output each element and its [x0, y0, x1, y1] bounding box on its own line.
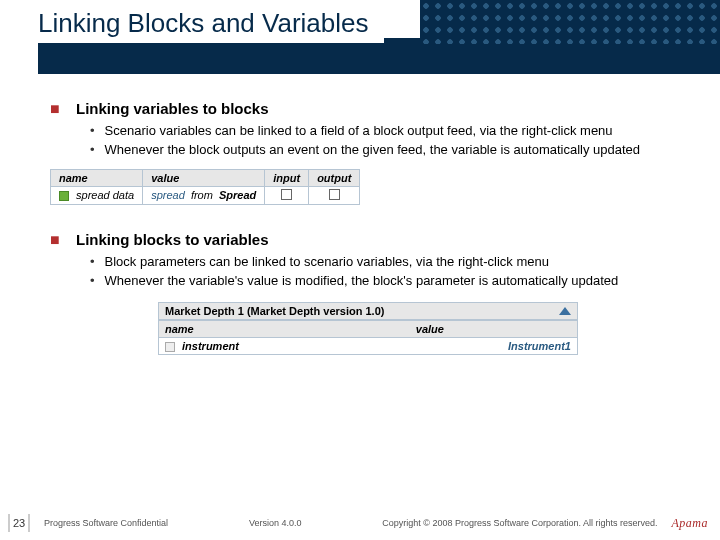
col-input: input [265, 169, 309, 186]
bullet-text: Block parameters can be linked to scenar… [105, 254, 549, 271]
col-name: name [51, 169, 143, 186]
bullet-square-icon: ■ [50, 101, 62, 117]
row-name: spread data [76, 189, 134, 201]
param-name: instrument [182, 340, 239, 352]
bullet-icon: • [90, 273, 95, 290]
linked-field: spread [151, 189, 185, 201]
content: ■ Linking variables to blocks • Scenario… [0, 74, 720, 540]
section-linking-variables-to-blocks: ■ Linking variables to blocks • Scenario… [50, 100, 686, 205]
linked-feed: Spread [219, 189, 256, 201]
section-title: Linking variables to blocks [76, 100, 269, 117]
type-swatch-icon [165, 342, 175, 352]
footer-version: Version 4.0.0 [168, 518, 382, 528]
type-swatch-icon [59, 191, 69, 201]
footer-copyright: Copyright © 2008 Progress Software Corpo… [382, 518, 657, 528]
input-checkbox [281, 189, 292, 200]
col-value: value [143, 169, 265, 186]
param-value: Instrument1 [410, 337, 577, 354]
bullet-icon: • [90, 254, 95, 271]
output-checkbox [329, 189, 340, 200]
title-band: Linking Blocks and Variables [0, 0, 720, 74]
from-label: from [191, 189, 213, 201]
brand-logo: Apama [672, 516, 709, 531]
bullet-text: Scenario variables can be linked to a fi… [105, 123, 613, 140]
section-linking-blocks-to-variables: ■ Linking blocks to variables • Block pa… [50, 231, 686, 355]
col-output: output [309, 169, 360, 186]
panel-title: Market Depth 1 (Market Depth version 1.0… [165, 305, 384, 317]
block-parameter-panel: Market Depth 1 (Market Depth version 1.0… [158, 302, 578, 355]
table-row: instrument Instrument1 [159, 337, 577, 354]
section-title: Linking blocks to variables [76, 231, 269, 248]
bullet-square-icon: ■ [50, 232, 62, 248]
page-title: Linking Blocks and Variables [38, 8, 384, 43]
bullet-text: Whenever the block outputs an event on t… [105, 142, 641, 159]
collapse-triangle-icon [559, 307, 571, 315]
decorative-dots [420, 0, 720, 44]
variable-link-table: name value input output spread data spre… [50, 169, 360, 205]
bullet-icon: • [90, 123, 95, 140]
col-name: name [159, 320, 410, 337]
page-number: 23 [8, 514, 30, 532]
bullet-icon: • [90, 142, 95, 159]
bullet-text: Whenever the variable's value is modifie… [105, 273, 619, 290]
footer: 23 Progress Software Confidential Versio… [0, 506, 720, 540]
col-value: value [410, 320, 577, 337]
table-row: spread data spread from Spread [51, 186, 360, 204]
footer-confidential: Progress Software Confidential [44, 518, 168, 528]
